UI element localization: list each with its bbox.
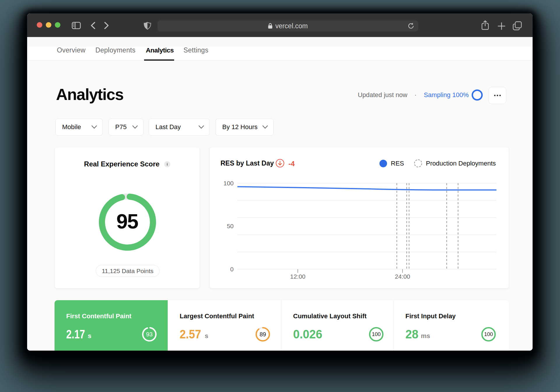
svg-text:100: 100 xyxy=(484,331,493,337)
svg-text:100: 100 xyxy=(223,180,234,187)
svg-text:89: 89 xyxy=(260,331,266,337)
svg-text:24:00: 24:00 xyxy=(395,273,410,280)
svg-text:50: 50 xyxy=(227,223,234,229)
svg-text:12:00: 12:00 xyxy=(290,273,306,280)
svg-text:100: 100 xyxy=(372,331,381,337)
svg-text:93: 93 xyxy=(146,331,153,337)
svg-text:0: 0 xyxy=(230,266,234,273)
